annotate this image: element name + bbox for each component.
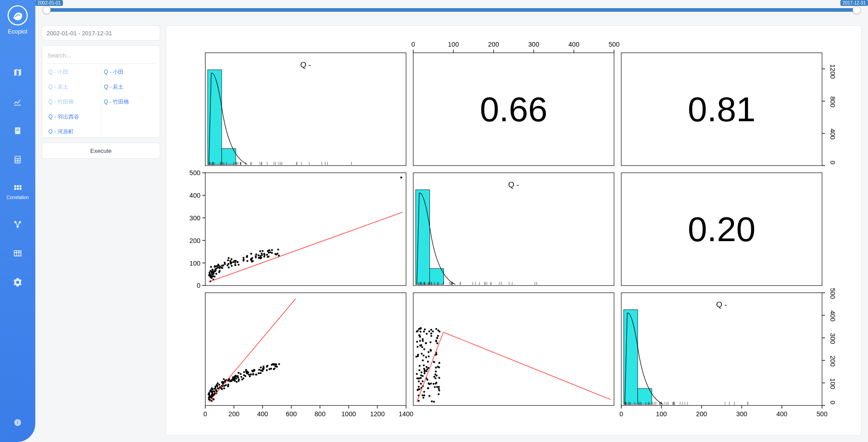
svg-point-264: [269, 251, 271, 253]
svg-point-358: [210, 277, 212, 279]
svg-point-528: [418, 400, 420, 402]
svg-rect-12: [17, 188, 19, 190]
svg-point-409: [238, 372, 239, 374]
timeline-track: [46, 8, 857, 12]
svg-point-372: [218, 384, 220, 385]
svg-point-629: [422, 397, 424, 399]
nav-settings[interactable]: [0, 276, 35, 289]
svg-text:500: 500: [829, 288, 836, 299]
nav-correlation[interactable]: Correlation: [0, 182, 35, 202]
nav-chart[interactable]: [0, 95, 35, 108]
timeline-handle-left[interactable]: [43, 6, 51, 14]
svg-text:Q -: Q -: [300, 60, 311, 69]
nav-document[interactable]: [0, 124, 35, 137]
svg-point-463: [245, 371, 247, 372]
svg-point-556: [433, 383, 434, 385]
info-icon[interactable]: [14, 418, 22, 428]
list-item[interactable]: Q - 小田: [101, 65, 157, 80]
svg-point-614: [426, 368, 428, 370]
svg-text:200: 200: [190, 237, 200, 244]
nav-network[interactable]: [0, 218, 35, 231]
svg-point-333: [217, 266, 219, 268]
app-name: Ecoplot: [8, 28, 27, 35]
svg-point-498: [223, 378, 224, 380]
svg-point-257: [231, 265, 233, 267]
svg-rect-13: [19, 188, 21, 190]
svg-line-17: [16, 223, 18, 226]
svg-point-279: [259, 255, 261, 257]
svg-point-288: [232, 261, 234, 263]
available-list[interactable]: Q - 小田 Q - 若土 Q - 竹田橋 Q - 羽出西谷 Q - 河原町: [46, 64, 101, 134]
svg-point-626: [438, 366, 440, 368]
svg-point-526: [435, 371, 437, 372]
svg-point-357: [214, 270, 215, 272]
svg-point-328: [243, 257, 244, 259]
svg-point-317: [263, 256, 265, 257]
svg-text:100: 100: [190, 260, 200, 267]
svg-text:0: 0: [411, 41, 415, 48]
svg-text:Q -: Q -: [508, 180, 519, 189]
svg-text:0: 0: [197, 282, 200, 289]
svg-point-545: [430, 333, 432, 334]
svg-point-431: [247, 371, 249, 373]
svg-point-348: [271, 252, 273, 254]
list-item[interactable]: Q - 河原町: [46, 124, 101, 134]
svg-rect-3: [16, 130, 19, 131]
svg-point-624: [424, 328, 426, 330]
svg-point-628: [423, 391, 425, 393]
svg-point-312: [261, 252, 262, 254]
svg-text:1400: 1400: [399, 410, 413, 418]
date-range-input[interactable]: 2002-01-01 - 2017-12-31: [42, 25, 160, 41]
svg-rect-10: [19, 185, 21, 187]
svg-text:100: 100: [656, 410, 667, 418]
svg-text:500: 500: [190, 169, 200, 176]
svg-point-490: [252, 374, 254, 375]
list-item[interactable]: Q - 若土: [46, 80, 101, 95]
nav-map[interactable]: [0, 67, 35, 79]
svg-point-497: [260, 366, 262, 368]
nav-calculator[interactable]: [0, 153, 35, 166]
svg-point-245: [224, 263, 226, 265]
svg-point-491: [235, 378, 237, 380]
svg-point-308: [267, 256, 268, 258]
svg-point-415: [218, 388, 219, 390]
svg-point-570: [426, 333, 428, 335]
svg-text:500: 500: [609, 41, 620, 48]
svg-point-391: [278, 363, 280, 365]
svg-point-623: [435, 353, 437, 355]
svg-text:400: 400: [777, 410, 787, 418]
svg-point-338: [238, 264, 239, 266]
svg-point-250: [228, 266, 229, 268]
list-item[interactable]: Q - 若土: [101, 80, 157, 95]
svg-point-635: [437, 335, 439, 337]
svg-point-339: [222, 265, 224, 266]
list-item[interactable]: Q - 小田: [46, 65, 101, 80]
svg-point-485: [267, 365, 268, 366]
timeline-handle-right[interactable]: [853, 6, 861, 14]
selected-list[interactable]: Q - 小田 Q - 若土 Q - 竹田橋: [101, 64, 157, 134]
svg-point-516: [208, 396, 210, 398]
svg-point-584: [417, 388, 419, 390]
svg-rect-151: [415, 190, 429, 284]
svg-point-539: [434, 386, 436, 388]
svg-point-418: [210, 400, 212, 402]
list-item[interactable]: Q - 竹田橋: [101, 95, 157, 109]
svg-point-300: [212, 269, 214, 271]
svg-rect-32: [205, 293, 406, 405]
execute-button[interactable]: Execute: [42, 143, 160, 159]
svg-point-638: [436, 342, 438, 344]
svg-text:200: 200: [696, 410, 707, 418]
svg-text:1000: 1000: [341, 410, 356, 418]
search-input[interactable]: [46, 49, 156, 63]
list-item[interactable]: Q - 竹田橋: [46, 95, 101, 109]
svg-point-573: [424, 372, 425, 374]
timeline-slider[interactable]: 2002-01-01 2017-12-31: [35, 0, 868, 20]
svg-point-515: [208, 393, 210, 395]
nav-table[interactable]: [0, 247, 35, 260]
list-item[interactable]: Q - 羽出西谷: [46, 109, 101, 124]
svg-point-606: [417, 330, 419, 332]
svg-point-564: [422, 380, 424, 382]
svg-point-599: [429, 349, 431, 351]
svg-point-597: [422, 340, 424, 342]
svg-point-314: [247, 260, 248, 262]
